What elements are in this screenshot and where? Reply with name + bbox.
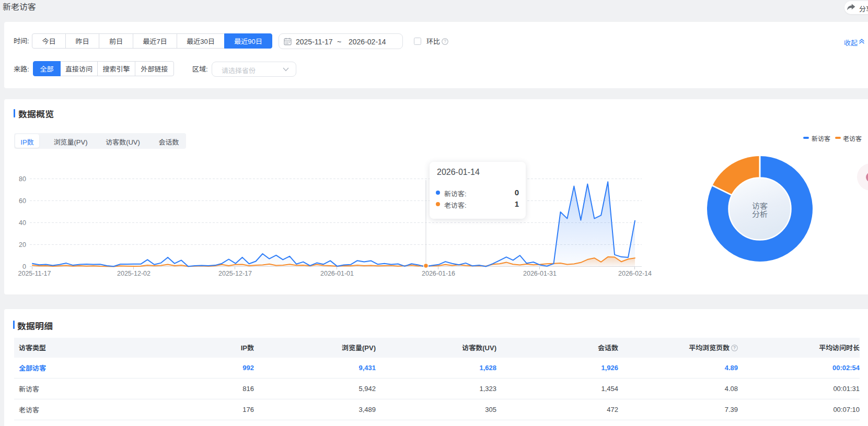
- svg-text:2025-12-02: 2025-12-02: [117, 270, 151, 277]
- svg-text:?: ?: [733, 345, 736, 350]
- svg-text:0: 0: [22, 263, 26, 270]
- svg-text:2026-01-01: 2026-01-01: [320, 270, 354, 277]
- svg-text:2025-11-17: 2025-11-17: [18, 270, 51, 277]
- svg-text:80: 80: [19, 175, 26, 183]
- svg-text:分析: 分析: [752, 208, 768, 219]
- svg-text:2026-02-14: 2026-02-14: [618, 270, 652, 277]
- svg-text:60: 60: [19, 197, 26, 205]
- svg-text:2026-01-31: 2026-01-31: [523, 270, 557, 277]
- svg-text:?: ?: [444, 39, 446, 44]
- svg-text:2025-12-17: 2025-12-17: [218, 270, 252, 277]
- svg-text:20: 20: [19, 241, 26, 249]
- svg-text:40: 40: [19, 219, 26, 227]
- svg-text:2026-01-16: 2026-01-16: [422, 270, 455, 277]
